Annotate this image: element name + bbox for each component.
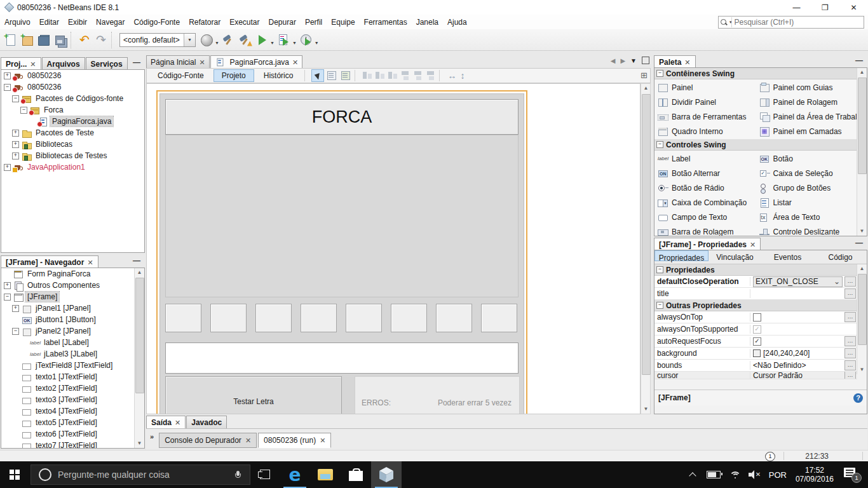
palette-item-barra-de-rolagem[interactable]: Barra de Rolagem (654, 224, 756, 236)
center-vertical-button[interactable] (425, 70, 437, 81)
tree-row[interactable]: jTextField8 [JTextField] (1, 360, 144, 371)
tree-row[interactable]: −[JFrame] (1, 291, 144, 302)
view-button-projeto[interactable]: Projeto (214, 69, 254, 82)
tab-proj[interactable]: Proj...✕ (1, 57, 41, 70)
tree-row[interactable]: texto3 [JTextField] (1, 394, 144, 405)
palette-item-barra-de-ferramentas[interactable]: Barra de Ferramentas (654, 109, 756, 124)
view-button-c-digo-fonte[interactable]: Código-Fonte (149, 69, 212, 82)
notifications-icon[interactable]: 1 (765, 452, 775, 461)
tab-palette[interactable]: Paleta ✕ (654, 55, 696, 68)
letter-text-field[interactable] (481, 304, 517, 332)
netbeans-taskbar-icon[interactable] (371, 461, 402, 488)
menu-depurar[interactable]: Depurar (264, 16, 301, 29)
menu-ferramentas[interactable]: Ferramentas (360, 16, 412, 29)
scroll-down-icon[interactable]: ▼ (857, 365, 867, 374)
align-bottom-button[interactable] (412, 70, 424, 81)
menu-código-fonte[interactable]: Código-Fonte (129, 16, 184, 29)
align-right-button[interactable] (374, 70, 386, 81)
errors-panel[interactable]: ERROS: Poderar errar 5 vezez (355, 376, 520, 414)
jframe-form[interactable]: FORCA Testar Letra ERROS: Poderar errar … (159, 93, 524, 414)
ellipsis-button[interactable]: … (844, 312, 856, 322)
run-config-select[interactable]: <config. default> ▾ (119, 33, 196, 47)
tree-row[interactable]: PaginaForca.java (1, 116, 144, 127)
debug-project-button[interactable] (276, 32, 292, 48)
prop-value[interactable]: <Não Definido> (750, 361, 844, 370)
tab-list-dropdown-icon[interactable]: ▼ (630, 57, 637, 64)
expand-icon[interactable]: + (4, 164, 11, 171)
view-button-hist-rico[interactable]: Histórico (255, 69, 302, 82)
letter-text-field[interactable] (436, 304, 472, 332)
tree-row[interactable]: Form PaginaForca (1, 268, 144, 280)
scroll-down-icon[interactable]: ▼ (857, 227, 867, 236)
close-icon[interactable]: ✕ (292, 59, 298, 65)
prop-row-defaultCloseOperation[interactable]: defaultCloseOperationEXIT_ON_CLOSE⌄… (654, 276, 857, 288)
collapse-icon[interactable]: − (4, 294, 11, 301)
collapse-icon[interactable]: − (12, 95, 19, 102)
expand-icon[interactable]: + (12, 130, 19, 137)
overflow-tabs-icon[interactable]: » (150, 433, 154, 440)
tree-row[interactable]: −08050236 (1, 81, 144, 93)
save-all-button[interactable] (53, 32, 68, 48)
undo-button[interactable]: ↶ (77, 32, 92, 48)
scroll-up-icon[interactable]: ▲ (641, 84, 651, 93)
wifi-icon[interactable] (729, 470, 741, 479)
close-icon[interactable]: ✕ (175, 419, 180, 426)
palette-item-grupo-de-botões[interactable]: Grupo de Botões (756, 180, 858, 195)
scroll-down-icon[interactable]: ▼ (641, 405, 651, 414)
quick-search[interactable]: ▾ (718, 16, 864, 29)
test-letter-button[interactable]: Testar Letra (165, 376, 342, 414)
close-button[interactable]: ✕ (839, 0, 868, 15)
scroll-thumb[interactable] (858, 274, 867, 345)
chevron-down-icon[interactable]: ▼ (270, 41, 275, 45)
palette-item-controle-deslizante[interactable]: Controle Deslizante (756, 224, 858, 236)
prop-row-title[interactable]: title… (654, 288, 857, 300)
prop-row-bounds[interactable]: bounds<Não Definido>… (654, 360, 857, 372)
scroll-up-icon[interactable]: ▲ (857, 264, 867, 273)
collapse-icon[interactable]: − (20, 107, 27, 114)
tree-row[interactable]: texto5 [JTextField] (1, 417, 144, 428)
scroll-tabs-right-icon[interactable]: ▶ (620, 57, 625, 64)
subtab-vincula-o[interactable]: Vinculação (709, 250, 761, 264)
prop-value[interactable]: [240,240,240] (750, 349, 844, 358)
letter-text-field[interactable] (391, 304, 427, 332)
prop-value[interactable]: ✓ (750, 325, 857, 334)
subtab-c-digo[interactable]: Código (814, 250, 867, 264)
tab-servios[interactable]: Serviços (86, 57, 128, 70)
checkbox-icon[interactable] (753, 313, 761, 322)
palette-item-caixa-de-seleção[interactable]: Caixa de Seleção (756, 166, 858, 180)
grid-options-icon[interactable]: ⊞ (641, 71, 648, 80)
tree-row[interactable]: +Outros Componentes (1, 280, 144, 291)
scrollbar[interactable]: ▲ ▼ (641, 83, 651, 414)
prop-value[interactable]: ✓ (750, 337, 844, 346)
scroll-tabs-left-icon[interactable]: ◀ (611, 57, 616, 64)
close-icon[interactable]: ✕ (750, 241, 756, 248)
tree-row[interactable]: texto2 [JTextField] (1, 383, 144, 394)
tab-navigator[interactable]: [JFrame] - Navegador ✕ (1, 255, 98, 268)
center-horizontal-button[interactable] (387, 70, 398, 81)
scrollbar[interactable]: ▲ ▼ (857, 264, 867, 374)
menu-perfil[interactable]: Perfil (301, 16, 327, 29)
console-tab-08050236-run-[interactable]: 08050236 (run)✕ (258, 433, 331, 448)
menu-editar[interactable]: Editar (35, 16, 64, 29)
volume-muted-icon[interactable]: ✕ (749, 470, 763, 479)
collapse-icon[interactable]: − (656, 266, 663, 273)
preview-design-button[interactable] (339, 69, 352, 82)
menu-executar[interactable]: Executar (225, 16, 264, 29)
prop-value[interactable]: Cursor Padrão (750, 372, 844, 379)
tree-row[interactable]: +Bibliotecas (1, 139, 144, 150)
prop-row-alwaysOnTopSupported[interactable]: alwaysOnTopSupported✓ (654, 323, 857, 336)
prop-row-background[interactable]: background[240,240,240]… (654, 348, 857, 360)
store-taskbar-icon[interactable] (341, 461, 371, 488)
palette-item-painel[interactable]: Painel (654, 80, 756, 95)
chevron-down-icon[interactable]: ▼ (215, 41, 219, 45)
menu-navegar[interactable]: Navegar (92, 16, 129, 29)
search-input[interactable] (732, 18, 864, 27)
selection-mode-button[interactable] (311, 69, 324, 82)
scrollbar[interactable]: ▲ ▼ (857, 68, 867, 236)
tree-row[interactable]: +JavaApplication1 (1, 161, 144, 173)
chevron-down-icon[interactable]: ▼ (315, 41, 319, 45)
prop-section[interactable]: −Outras Propriedades (654, 300, 857, 311)
restore-button[interactable]: ❐ (811, 0, 839, 15)
edge-taskbar-icon[interactable]: e (280, 461, 310, 488)
action-center-button[interactable]: 1 (843, 466, 862, 483)
